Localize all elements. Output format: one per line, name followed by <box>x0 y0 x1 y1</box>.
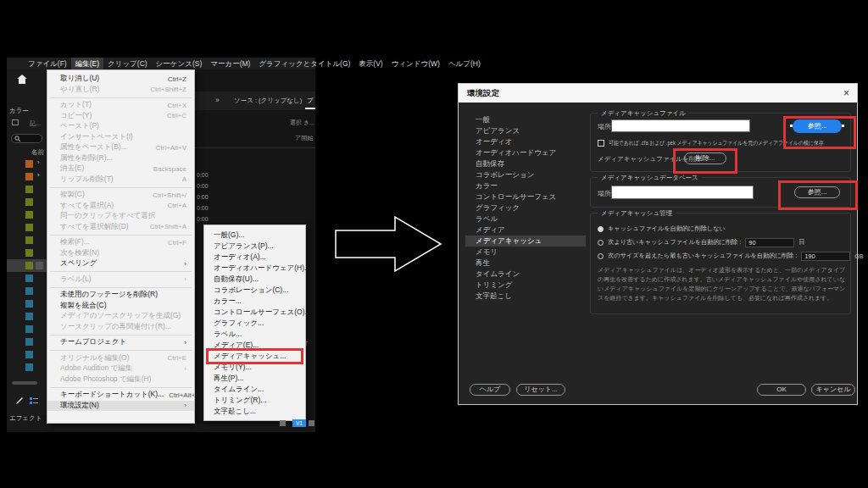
list-view-icon[interactable] <box>30 397 38 404</box>
preferences-category-item[interactable]: オーディオハードウェア <box>465 147 586 158</box>
preferences-submenu-item[interactable]: 一般(G)... <box>204 230 305 241</box>
clip-list-row[interactable]: › <box>7 170 47 183</box>
ok-button[interactable]: OK <box>757 384 806 396</box>
edit-menu-item[interactable]: 属性をペースト(B)...Ctrl+Alt+V <box>47 142 194 153</box>
timeline-tool-icon[interactable] <box>280 420 286 426</box>
preferences-submenu-item[interactable]: オーディオ(A)... <box>204 252 305 263</box>
preferences-category-item[interactable]: 文字起こし <box>465 291 586 302</box>
preferences-category-item[interactable]: タイムライン <box>465 269 586 280</box>
edit-menu-item[interactable]: オリジナルを編集(O)Ctrl+E <box>47 353 194 364</box>
edit-menu-item[interactable]: やり直し(R)Ctrl+Shift+Z <box>47 85 194 96</box>
preferences-category-item[interactable]: グラフィック <box>465 202 586 214</box>
horizontal-scrollbar[interactable] <box>12 381 37 385</box>
preferences-category-item[interactable]: 一般 <box>465 114 586 125</box>
edit-menu-item[interactable]: ペースト(P) <box>47 121 194 132</box>
edit-menu-item[interactable]: 次を検索(N) <box>47 248 194 259</box>
bin-icon[interactable] <box>12 119 19 125</box>
radio-button[interactable] <box>598 240 604 246</box>
preferences-category-item[interactable]: アピアランス <box>465 125 586 136</box>
clip-list-row[interactable] <box>7 361 47 374</box>
close-icon[interactable]: × <box>843 88 849 98</box>
edit-menu-item[interactable]: 同一のクリップをすべて選択 <box>47 211 194 222</box>
edit-menu-item[interactable]: ラベル(L)› <box>47 274 194 286</box>
edit-menu-item[interactable]: カット(T)Ctrl+X <box>47 100 194 111</box>
preferences-submenu-item[interactable]: カラー... <box>204 296 305 307</box>
clip-list-row[interactable] <box>7 323 47 336</box>
clip-list-row[interactable] <box>7 234 47 247</box>
clip-list-row[interactable] <box>7 247 47 259</box>
menubar-item[interactable]: 表示(V) <box>354 58 387 69</box>
clip-list-row[interactable] <box>7 297 47 310</box>
preferences-submenu-item[interactable]: タイムライン... <box>204 384 305 395</box>
edit-menu-item[interactable]: 環境設定(N)› <box>47 401 194 412</box>
preferences-submenu-item[interactable]: トリミング(R)... <box>204 395 305 406</box>
clip-list-row[interactable] <box>7 221 47 234</box>
timeline-tool-icon[interactable] <box>309 420 314 426</box>
save-next-to-media-checkbox[interactable] <box>598 140 604 147</box>
cache-files-location-input[interactable] <box>611 119 750 132</box>
preferences-submenu-item[interactable]: ラベル... <box>204 329 305 340</box>
preferences-submenu-item[interactable]: メモリ(Y)... <box>204 362 305 373</box>
cache-value-input[interactable]: 190 <box>801 252 850 261</box>
dialog-title-bar[interactable]: 環境設定 × <box>459 84 857 103</box>
preferences-submenu-item[interactable]: 文字起こし... <box>204 406 305 417</box>
preferences-category-item[interactable]: メモリ <box>465 247 586 258</box>
preferences-submenu-item[interactable]: 自動保存(U)... <box>204 274 305 285</box>
cache-value-input[interactable]: 90 <box>745 238 794 247</box>
menubar-item[interactable]: ウィンドウ(W) <box>387 58 444 69</box>
preferences-category-item[interactable]: メディアキャッシュ <box>465 236 586 247</box>
edit-menu-item[interactable]: 複製を統合(C) <box>47 301 194 312</box>
search-input[interactable] <box>11 134 42 143</box>
track-v1-badge[interactable]: V1 <box>292 419 306 427</box>
panel-menu-chevrons[interactable]: » <box>215 96 220 104</box>
preferences-category-item[interactable]: トリミング <box>465 280 586 291</box>
preferences-submenu-item[interactable]: アピアランス(P)... <box>204 241 305 252</box>
expand-arrow-icon[interactable]: › <box>37 158 40 166</box>
preferences-submenu-item[interactable]: オーディオハードウェア(H)... <box>204 263 305 274</box>
edit-menu-item[interactable]: すべてを選択解除(D)Ctrl+Shift+A <box>47 222 194 233</box>
edit-menu-item[interactable]: メディアのソースクリップを生成(G) <box>47 311 194 322</box>
clip-list-row[interactable] <box>7 272 47 285</box>
edit-menu-item[interactable]: 取り消し(U)Ctrl+Z <box>47 74 194 85</box>
menubar-item[interactable]: 編集(E) <box>71 58 103 69</box>
home-icon[interactable] <box>16 74 28 85</box>
tab-program-monitor[interactable]: プ <box>307 97 314 105</box>
preferences-category-item[interactable]: オーディオ <box>465 136 586 147</box>
edit-menu-item[interactable]: ソースクリップの再関連付け(R)... <box>47 322 194 333</box>
edit-menu-item[interactable]: コピー(Y)Ctrl+C <box>47 111 194 122</box>
preferences-category-item[interactable]: コントロールサーフェス <box>465 191 586 202</box>
clip-list-row[interactable] <box>7 336 47 348</box>
preferences-submenu-item[interactable]: メディアキャッシュ... <box>209 351 301 362</box>
clip-list-row[interactable] <box>7 310 47 323</box>
clip-list-row[interactable] <box>7 348 47 361</box>
edit-menu-item[interactable]: 検索(F)...Ctrl+F <box>47 237 194 248</box>
clip-list-row[interactable] <box>7 196 47 208</box>
pen-tool-icon[interactable] <box>15 396 24 405</box>
edit-menu-item[interactable]: スペリング› <box>47 258 194 269</box>
edit-menu-item[interactable]: Adobe Audition で編集› <box>47 363 194 374</box>
reset-button[interactable]: リセット... <box>516 384 565 396</box>
preferences-category-item[interactable]: ラベル <box>465 214 586 225</box>
preferences-submenu-item[interactable]: グラフィック... <box>204 318 305 329</box>
clip-list-row[interactable] <box>7 208 47 221</box>
expand-arrow-icon[interactable]: › <box>37 171 40 179</box>
menubar-item[interactable]: ファイル(F) <box>24 58 71 69</box>
edit-menu-item[interactable]: 属性を削除(R)... <box>47 153 194 164</box>
radio-button[interactable] <box>598 226 604 232</box>
edit-menu-item[interactable]: 消去(E)Backspace <box>47 164 194 175</box>
cache-database-location-input[interactable] <box>611 186 754 199</box>
edit-menu-item[interactable]: 未使用のフッテージを削除(R) <box>47 290 194 301</box>
menubar-item[interactable]: ヘルプ(H) <box>444 58 485 69</box>
clip-list-row[interactable] <box>7 285 47 297</box>
tab-source-monitor[interactable]: ソース : (クリップなし) <box>234 97 302 105</box>
preferences-category-item[interactable]: カラー <box>465 180 586 191</box>
edit-menu-item[interactable]: チームプロジェクト› <box>47 337 194 348</box>
clip-list-row[interactable] <box>7 183 47 196</box>
clip-list-row[interactable] <box>7 259 47 272</box>
cancel-button[interactable]: キャンセル <box>811 384 855 396</box>
preferences-category-item[interactable]: メディア <box>465 225 586 236</box>
edit-menu-item[interactable]: すべてを選択(A)Ctrl+A <box>47 201 194 212</box>
preferences-category-item[interactable]: 自動保存 <box>465 158 586 169</box>
menubar-item[interactable]: グラフィックとタイトル(G) <box>254 58 354 69</box>
help-button[interactable]: ヘルプ <box>470 384 510 396</box>
